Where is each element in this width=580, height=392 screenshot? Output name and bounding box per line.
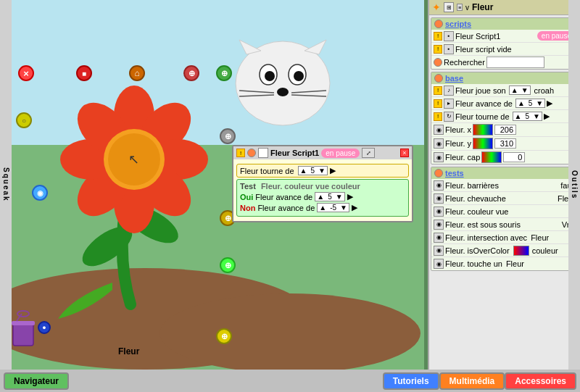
chevauche-icon: ◉ [434,193,444,204]
row-intersection: ◉ Fleur. intersection avec Fleur [431,231,578,244]
cap-color-swatch[interactable] [481,151,502,163]
panel-grid-icon[interactable]: ⊞ [444,2,454,12]
joueson-up[interactable]: ▲ [510,86,520,94]
script-line-1: Fleur tourne de ▲ 5 ▼ ▶ [236,164,409,178]
canvas-btn-8[interactable]: ⊕ [220,128,236,144]
oui-arrow[interactable]: ▶ [347,192,353,201]
oui-val: 5 [326,193,334,201]
panel-header: ✦ ⊞ ≡ v Fleur [429,0,580,15]
tests-section: tests ◉ Fleur. barrières faux ◉ Fleur. c… [431,167,579,271]
soussouris-icon: ◉ [434,220,444,230]
joueson-icon: ♪ [444,86,454,96]
canvas-btn-7[interactable]: ◉ [32,185,48,201]
script1-icon: ▪ [444,31,454,41]
accessoires-btn[interactable]: Accessoires [505,372,576,390]
soussouris-label: Fleur. est sous souris [445,220,521,229]
tourne-excl[interactable]: ! [434,112,442,121]
script-vide-row: ! ▪ Fleur script vide [431,43,578,56]
search-row: Rechercher [431,56,578,69]
canvas-btn-10[interactable]: ⊕ [220,257,236,273]
row-barrieres: ◉ Fleur. barrières faux [431,179,578,192]
tutoriels-btn[interactable]: Tutoriels [383,372,439,390]
script-excl-btn[interactable]: ! [236,149,245,157]
spin-val-1: 5 [309,167,318,175]
row-touche-un: ◉ Fleur. touche un Fleur [431,257,578,270]
svg-rect-26 [13,322,33,346]
avance-arrow[interactable]: ▶ [547,99,552,108]
navigateur-btn[interactable]: Navigateur [4,372,69,390]
script-dot-btn[interactable] [247,149,256,157]
svg-point-0 [160,293,420,370]
avance-val: 5 [526,99,535,107]
tests-section-header: tests [431,167,578,179]
oui-spin-up[interactable]: ▲ [315,193,326,201]
right-panel: ✦ ⊞ ≡ v Fleur scripts ! ▪ Fleur Script1 … [428,0,580,370]
tourne-label: Fleur tourne de [455,112,510,121]
spin-down[interactable]: ▼ [317,167,327,175]
scripts-section: scripts ! ▪ Fleur Script1 en pause ! ▪ F… [431,17,579,70]
x-value: 206 [494,125,516,135]
script1-label: Fleur Script1 [455,32,536,41]
y-label: Fleur. y [445,139,471,148]
isovercolor-val: couleur [532,246,558,255]
avance-down[interactable]: ▼ [534,99,544,107]
script-pause-tag[interactable]: en pause [321,149,360,158]
tests-dot[interactable] [434,169,443,178]
x-color-swatch[interactable] [473,124,493,135]
base-dot[interactable] [434,74,443,83]
search-label: Rechercher [444,58,485,67]
non-spin-up[interactable]: ▲ [318,204,328,212]
canvas-btn-12[interactable]: ● [38,321,51,334]
script-oui-line: Oui Fleur avance de ▲ 5 ▼ ▶ [240,192,405,201]
barrieres-label: Fleur. barrières [445,181,499,190]
joueson-label: Fleur joue son [455,86,506,95]
scripts-dot[interactable] [434,20,443,28]
non-arrow[interactable]: ▶ [352,203,357,212]
script-title: Fleur Script1 [270,149,319,157]
row-chevauche: ◉ Fleur. chevauche Fleur [431,192,578,205]
tourne-down[interactable]: ▼ [531,112,542,120]
script-checkbox[interactable] [258,148,268,158]
spin-up[interactable]: ▲ [299,167,309,175]
avance-up[interactable]: ▲ [516,99,526,107]
base-label[interactable]: base [445,74,463,83]
scripts-label[interactable]: scripts [445,20,471,28]
tourne-up[interactable]: ▲ [513,112,523,120]
isovercolor-swatch[interactable] [513,246,529,256]
script-resize-btn[interactable]: ⤢ [362,148,375,158]
oui-spin-down[interactable]: ▼ [334,193,344,201]
row-y: ◉ Fleur. y 310 [431,137,578,151]
tourne-arrow[interactable]: ▶ [544,112,550,121]
x-label: Fleur. x [445,125,471,134]
canvas-btn-1[interactable]: × [18,65,34,81]
non-spin-down[interactable]: ▼ [339,204,349,212]
canvas-btn-5[interactable]: ⊕ [216,65,232,81]
script-close-btn[interactable]: × [400,149,409,157]
search-input[interactable] [486,57,544,68]
toucheun-val: Fleur [506,259,524,268]
y-color-swatch[interactable] [473,138,493,149]
canvas-btn-2[interactable]: ■ [76,65,92,81]
panel-title: Fleur [472,2,493,12]
cap-value: 0 [503,152,525,162]
script-non-line: Non Fleur avance de ▲ -5 ▼ ▶ [240,203,405,212]
x-icon: ◉ [434,125,444,135]
avance-excl[interactable]: ! [434,99,442,108]
joueson-down[interactable]: ▼ [520,86,530,94]
canvas-btn-6[interactable]: ○ [16,112,32,128]
arrow-btn-1[interactable]: ▶ [330,166,336,175]
cap-icon: ◉ [434,152,444,162]
avance-icon: ▸ [444,99,454,109]
script-window: ! Fleur Script1 en pause ⤢ × Fleur tourn… [232,145,413,222]
multimedia-btn[interactable]: Multimédia [439,372,505,390]
canvas-btn-4[interactable]: ⊕ [183,65,199,81]
canvas-btn-3[interactable]: ⌂ [129,65,145,81]
row-x: ◉ Fleur. x 206 [431,123,578,137]
joueson-excl[interactable]: ! [434,86,442,95]
scriptvide-excl[interactable]: ! [434,45,442,54]
base-section-header: base [431,72,578,84]
script1-excl[interactable]: ! [434,32,442,41]
tests-label[interactable]: tests [445,169,464,178]
search-dot[interactable] [434,58,442,67]
canvas-btn-13[interactable]: ⊕ [216,328,232,344]
